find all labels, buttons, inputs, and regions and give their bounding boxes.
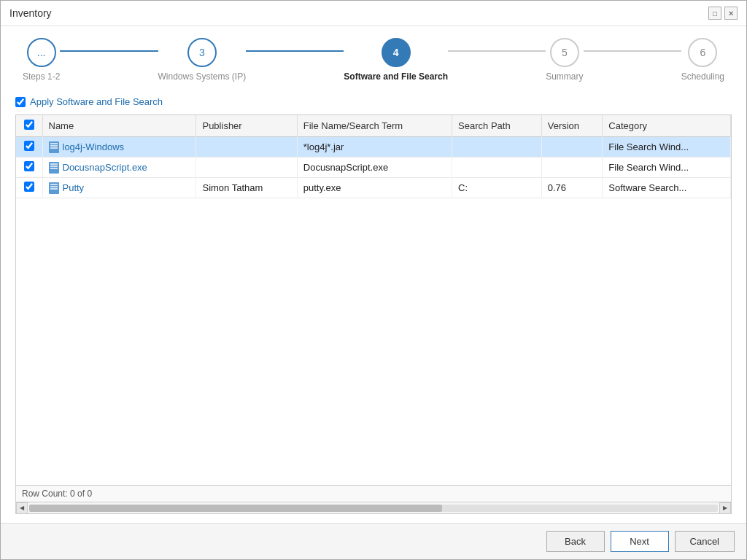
row-category-2: Software Search... (603, 178, 731, 198)
step-label-4: Summary (546, 71, 583, 82)
back-button[interactable]: Back (546, 531, 605, 552)
col-search-path: Search Path (452, 115, 542, 137)
row-icon-0 (49, 141, 59, 153)
horizontal-scrollbar[interactable]: ◀ ▶ (16, 502, 731, 513)
step-circle-2: 3 (187, 38, 217, 67)
row-name-1: DocusnapScript.exe (42, 158, 196, 178)
step-scheduling: 6 Scheduling (681, 38, 724, 82)
table-row[interactable]: log4j-Windows *log4j*.jar File Search Wi… (16, 137, 731, 158)
step-label-1: Steps 1-2 (23, 71, 60, 82)
row-version-2: 0.76 (541, 178, 603, 198)
step-label-3: Software and File Search (344, 71, 448, 82)
apply-checkbox-label: Apply Software and File Search (30, 96, 163, 107)
step-circle-1: ... (27, 38, 56, 67)
table-row[interactable]: DocusnapScript.exe DocusnapScript.exe Fi… (16, 158, 731, 178)
row-publisher-2: Simon Tatham (196, 178, 297, 198)
row-checkbox-0[interactable] (24, 141, 34, 151)
col-file-name: File Name/Search Term (297, 115, 452, 137)
row-checkbox-cell (16, 158, 42, 178)
next-button[interactable]: Next (611, 531, 669, 552)
col-name: Name (42, 115, 196, 137)
step-circle-4: 5 (550, 38, 579, 67)
table-container: Name Publisher File Name/Search Term Sea… (15, 114, 732, 514)
connector-1 (60, 50, 158, 52)
scrollbar-track[interactable] (29, 505, 718, 512)
col-checkbox (16, 115, 42, 137)
row-version-1 (541, 158, 603, 178)
header-checkbox[interactable] (24, 120, 34, 130)
steps-track: ... Steps 1-2 3 Windows Systems (IP) 4 S… (1, 38, 746, 82)
scroll-left-arrow[interactable]: ◀ (16, 502, 28, 514)
main-window: Inventory □ ✕ ... Steps 1-2 3 Windows Sy… (0, 0, 747, 560)
row-category-0: File Search Wind... (603, 137, 731, 158)
step-windows-systems: 3 Windows Systems (IP) (158, 38, 247, 82)
scroll-right-arrow[interactable]: ▶ (719, 502, 731, 514)
apply-checkbox[interactable] (15, 97, 26, 107)
row-searchpath-1 (452, 158, 542, 178)
step-circle-3: 4 (382, 38, 411, 67)
step-label-5: Scheduling (681, 71, 724, 82)
wizard-steps: ... Steps 1-2 3 Windows Systems (IP) 4 S… (1, 26, 746, 88)
col-publisher: Publisher (196, 115, 297, 137)
row-category-1: File Search Wind... (603, 158, 731, 178)
row-publisher-0 (196, 137, 297, 158)
col-category: Category (603, 115, 731, 137)
row-name-0: log4j-Windows (42, 137, 196, 158)
step-circle-5: 6 (688, 38, 717, 67)
row-filename-1: DocusnapScript.exe (297, 158, 452, 178)
window-title: Inventory (9, 7, 52, 19)
row-checkbox-cell (16, 137, 42, 158)
content-area: Apply Software and File Search Name Publ… (1, 88, 746, 523)
step-summary: 5 Summary (546, 38, 583, 82)
table-header-row: Name Publisher File Name/Search Term Sea… (16, 115, 731, 137)
row-name-2: Putty (42, 178, 196, 198)
connector-3 (448, 50, 546, 52)
table-row[interactable]: Putty Simon Tatham putty.exe C: 0.76 Sof… (16, 178, 731, 198)
status-bar: Row Count: 0 of 0 (16, 485, 731, 502)
apply-checkbox-row: Apply Software and File Search (15, 96, 732, 107)
row-searchpath-0 (452, 137, 542, 158)
col-version: Version (541, 115, 603, 137)
step-steps-1-2: ... Steps 1-2 (23, 38, 60, 82)
row-checkbox-2[interactable] (24, 182, 34, 192)
connector-2 (246, 50, 344, 52)
data-table: Name Publisher File Name/Search Term Sea… (16, 115, 731, 198)
scrollbar-thumb[interactable] (29, 505, 442, 512)
row-searchpath-2: C: (452, 178, 542, 198)
footer: Back Next Cancel (1, 523, 746, 559)
step-label-2: Windows Systems (IP) (158, 71, 247, 82)
row-filename-0: *log4j*.jar (297, 137, 452, 158)
minimize-button[interactable]: □ (708, 7, 721, 20)
row-checkbox-cell (16, 178, 42, 198)
title-bar: Inventory □ ✕ (1, 1, 746, 26)
close-button[interactable]: ✕ (724, 7, 738, 20)
row-icon-1 (49, 162, 59, 174)
row-version-0 (541, 137, 603, 158)
connector-4 (584, 50, 681, 52)
row-count-text: Row Count: 0 of 0 (22, 489, 92, 499)
window-controls: □ ✕ (708, 7, 738, 20)
row-publisher-1 (196, 158, 297, 178)
row-filename-2: putty.exe (297, 178, 452, 198)
cancel-button[interactable]: Cancel (675, 531, 735, 552)
row-icon-2 (49, 182, 59, 194)
row-checkbox-1[interactable] (24, 161, 34, 171)
step-software-file-search: 4 Software and File Search (344, 38, 448, 82)
